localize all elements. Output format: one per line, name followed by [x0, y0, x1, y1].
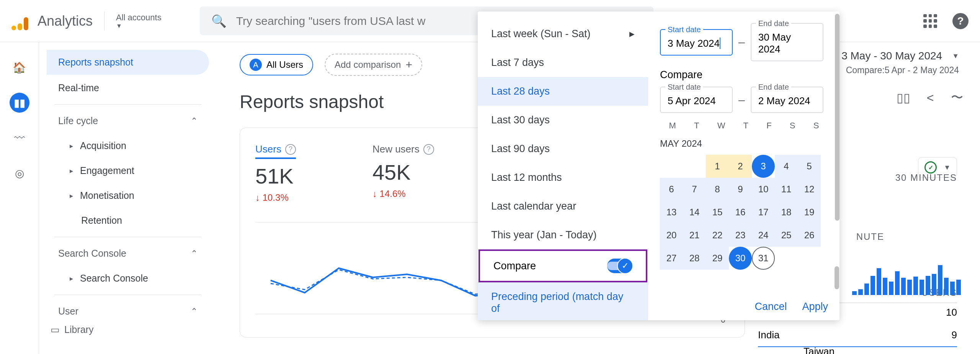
share-icon[interactable]: <	[923, 90, 938, 105]
apps-icon[interactable]	[923, 14, 937, 28]
preset-item[interactable]: Last 28 days	[478, 77, 648, 106]
add-comparison-button[interactable]: Add comparison +	[325, 54, 422, 76]
calendar-day[interactable]: 26	[798, 224, 821, 247]
input-value: 2 May 2024	[758, 95, 810, 107]
preset-item[interactable]: Last 7 days	[478, 48, 648, 77]
calendar-day[interactable]: 9	[729, 178, 752, 201]
metric-value: 51K	[255, 164, 296, 188]
metric-delta: ↓ 14.6%	[372, 188, 434, 199]
calendar-day[interactable]: 1	[706, 155, 729, 178]
calendar-day[interactable]: 20	[660, 224, 683, 247]
preset-item[interactable]: Last 30 days	[478, 106, 648, 134]
sidebar-section-lifecycle[interactable]: Life cycle ⌃	[47, 108, 209, 133]
country-row-india[interactable]: India 9	[758, 324, 957, 347]
calendar-day[interactable]: 12	[798, 178, 821, 201]
chevron-down-icon: ▼	[116, 23, 162, 30]
sidebar-item-monetisation[interactable]: ▸Monetisation	[47, 183, 209, 208]
preset-item[interactable]: Last calendar year	[478, 192, 648, 221]
scrollbar[interactable]	[835, 266, 839, 289]
input-label: Start date	[665, 83, 703, 92]
calendar-day[interactable]: 8	[706, 178, 729, 201]
preset-item[interactable]: Last week (Sun - Sat)▸	[478, 19, 648, 48]
chevron-right-icon: ▸	[70, 192, 73, 200]
calendar-day[interactable]: 13	[660, 201, 683, 224]
preset-item[interactable]: This year (Jan - Today)	[478, 221, 648, 249]
chip-label: All Users	[266, 59, 303, 70]
chevron-right-icon: ▸	[70, 274, 73, 283]
calendar-day[interactable]: 5	[798, 155, 821, 178]
explore-icon[interactable]: 〰	[10, 128, 29, 148]
metric-users[interactable]: Users? 51K ↓ 10.3%	[255, 143, 296, 203]
preset-item[interactable]: Last 90 days	[478, 134, 648, 163]
help-icon[interactable]: ?	[952, 13, 969, 29]
metric-new-users[interactable]: New users? 45K ↓ 14.6%	[372, 143, 434, 203]
compare-date-inputs: Start date 5 Apr 2024 – End date 2 May 2…	[660, 87, 828, 113]
customize-icon[interactable]: ▯▯	[896, 90, 911, 105]
apply-button[interactable]: Apply	[802, 301, 828, 313]
calendar-day[interactable]: 18	[775, 201, 798, 224]
preset-list: Last week (Sun - Sat)▸Last 7 daysLast 28…	[478, 11, 648, 320]
divider	[54, 295, 201, 295]
sidebar-item-acquisition[interactable]: ▸Acquisition	[47, 133, 209, 158]
compare-toggle[interactable]: ✓	[607, 259, 632, 273]
home-icon[interactable]: 🏠	[10, 57, 29, 77]
compare-label: Compare	[493, 260, 536, 272]
insights-icon[interactable]: 〜	[949, 90, 965, 105]
input-value: 3 May 2024	[668, 38, 720, 49]
help-icon[interactable]: ?	[285, 144, 296, 155]
end-date-input[interactable]: End date 30 May 2024	[751, 23, 823, 61]
compare-option[interactable]: Preceding period (match day of	[478, 282, 648, 320]
input-value: 5 Apr 2024	[668, 95, 716, 107]
calendar-day[interactable]: 24	[752, 224, 775, 247]
calendar-day[interactable]: 7	[683, 178, 706, 201]
sidebar-section-search-console[interactable]: Search Console ⌃	[47, 241, 209, 266]
chevron-down-icon: ▼	[944, 164, 951, 172]
calendar-day[interactable]: 30	[729, 247, 752, 270]
calendar-day[interactable]: 31	[752, 247, 775, 270]
sidebar-section-user[interactable]: User ⌃	[47, 299, 209, 324]
weekday: S	[790, 121, 795, 131]
calendar-day[interactable]: 16	[729, 201, 752, 224]
calendar-day[interactable]: 15	[706, 201, 729, 224]
reports-icon[interactable]: ▮▮	[10, 93, 29, 113]
calendar-day[interactable]: 27	[660, 247, 683, 270]
help-icon[interactable]: ?	[423, 144, 434, 155]
start-date-input[interactable]: Start date 3 May 2024	[660, 29, 733, 56]
calendar-day[interactable]: 25	[775, 224, 798, 247]
calendar-day[interactable]: 3	[752, 155, 775, 178]
divider	[104, 11, 105, 31]
sidebar-library[interactable]: ▭ Library	[51, 324, 93, 335]
calendar-day[interactable]: 2	[729, 155, 752, 178]
calendar-day[interactable]: 4	[775, 155, 798, 178]
section-label: User	[58, 306, 78, 317]
calendar-day[interactable]: 23	[729, 224, 752, 247]
sidebar-item-reports-snapshot[interactable]: Reports snapshot	[47, 50, 209, 75]
calendar-day[interactable]: 10	[752, 178, 775, 201]
calendar-day[interactable]: 14	[683, 201, 706, 224]
calendar-day[interactable]: 11	[775, 178, 798, 201]
calendar-day[interactable]: 29	[706, 247, 729, 270]
calendar-day[interactable]: 28	[683, 247, 706, 270]
sidebar-item-realtime[interactable]: Real-time	[47, 75, 209, 100]
compare-start-input[interactable]: Start date 5 Apr 2024	[660, 87, 733, 113]
header-actions: ?	[923, 13, 969, 29]
account-selector[interactable]: All accounts ▼	[116, 13, 162, 30]
advertising-icon[interactable]: ◎	[10, 163, 29, 183]
sidebar-item-engagement[interactable]: ▸Engagement	[47, 158, 209, 183]
sidebar-item-retention[interactable]: Retention	[47, 208, 209, 233]
chevron-up-icon: ⌃	[191, 249, 198, 259]
sidebar-item-search-console[interactable]: ▸Search Console	[47, 266, 209, 291]
chip-all-users[interactable]: A All Users	[240, 54, 313, 75]
calendar-day[interactable]: 22	[706, 224, 729, 247]
cancel-button[interactable]: Cancel	[755, 301, 787, 313]
calendar: MTWTFSS MAY 2024 12345678910111213141516…	[660, 121, 828, 270]
calendar-day[interactable]: 17	[752, 201, 775, 224]
compare-end-input[interactable]: End date 2 May 2024	[751, 87, 823, 113]
metric-label: New users	[372, 143, 420, 155]
calendar-day[interactable]: 21	[683, 224, 706, 247]
calendar-day[interactable]: 6	[660, 178, 683, 201]
nav-rail: 🏠 ▮▮ 〰 ◎	[0, 42, 39, 354]
chevron-right-icon: ▸	[629, 28, 635, 40]
calendar-day[interactable]: 19	[798, 201, 821, 224]
preset-item[interactable]: Last 12 months	[478, 163, 648, 192]
